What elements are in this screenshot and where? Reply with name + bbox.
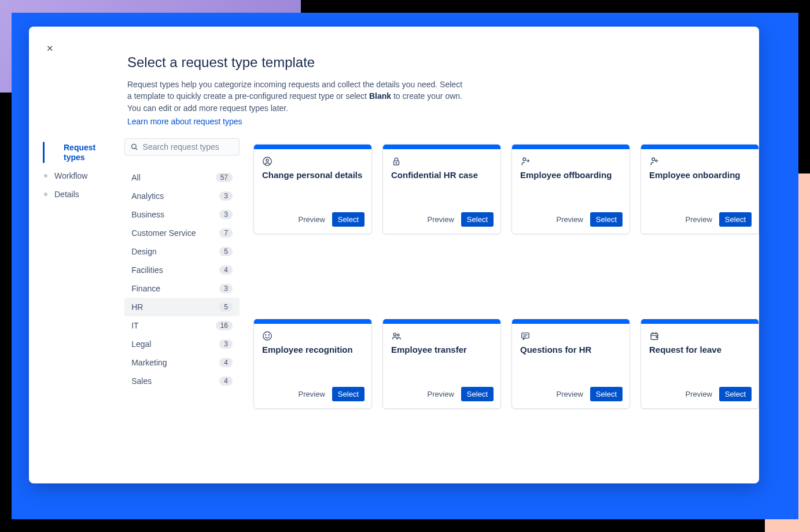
page-title: Select a request type template (127, 54, 463, 71)
category-list: All57Analytics3Business3Customer Service… (124, 168, 240, 390)
card-accent-bar (254, 319, 371, 324)
category-item-hr[interactable]: HR5 (124, 298, 240, 316)
card-title: Questions for HR (520, 345, 621, 356)
card-actions: PreviewSelect (641, 212, 759, 234)
preview-button[interactable]: Preview (299, 215, 325, 224)
svg-line-1 (136, 148, 138, 150)
card-accent-bar (641, 145, 759, 149)
card-body: Request for leave (641, 324, 759, 387)
svg-point-7 (652, 158, 655, 161)
svg-point-9 (266, 335, 266, 335)
category-item-it[interactable]: IT16 (124, 316, 240, 335)
card-body: Employee transfer (383, 324, 500, 387)
category-count-badge: 3 (219, 191, 233, 201)
category-count-badge: 4 (219, 376, 233, 386)
category-count-badge: 5 (219, 247, 233, 256)
svg-point-12 (397, 334, 399, 337)
svg-point-5 (396, 162, 396, 163)
category-label: IT (131, 321, 138, 330)
svg-point-8 (263, 332, 271, 340)
category-count-badge: 57 (216, 173, 233, 182)
svg-point-6 (523, 158, 526, 161)
category-panel: All57Analytics3Business3Customer Service… (124, 138, 253, 483)
category-count-badge: 3 (219, 210, 233, 219)
card-accent-bar (383, 145, 500, 149)
preview-button[interactable]: Preview (428, 390, 454, 398)
nav-bullet-icon (44, 174, 47, 178)
category-label: Customer Service (131, 228, 196, 238)
search-input[interactable] (143, 142, 233, 152)
select-button[interactable]: Select (461, 387, 494, 401)
select-button[interactable]: Select (332, 387, 365, 401)
category-label: Business (131, 210, 164, 219)
card-title: Employee transfer (391, 345, 492, 356)
template-card-confidential-hr-case: Confidential HR casePreviewSelect (382, 144, 501, 234)
template-card-request-for-leave: Request for leavePreviewSelect (640, 319, 759, 409)
category-count-badge: 4 (219, 265, 233, 275)
learn-more-link[interactable]: Learn more about request types (127, 117, 242, 126)
svg-point-11 (393, 334, 396, 336)
modal-header: Select a request type template Request t… (29, 27, 486, 127)
category-label: Facilities (131, 265, 163, 275)
category-label: Marketing (131, 358, 167, 367)
select-button[interactable]: Select (590, 387, 623, 401)
svg-point-0 (132, 144, 137, 149)
card-accent-bar (254, 145, 371, 149)
category-count-badge: 3 (219, 339, 233, 349)
card-actions: PreviewSelect (383, 212, 500, 234)
select-button[interactable]: Select (332, 212, 365, 227)
category-item-legal[interactable]: Legal3 (124, 335, 240, 353)
category-item-sales[interactable]: Sales4 (124, 372, 240, 390)
preview-button[interactable]: Preview (686, 215, 712, 224)
category-count-badge: 3 (219, 284, 233, 293)
template-card-employee-onboarding: Employee onboardingPreviewSelect (640, 144, 759, 234)
preview-button[interactable]: Preview (557, 215, 583, 224)
template-card-grid: Change personal detailsPreviewSelectConf… (253, 138, 759, 483)
nav-step-request-types[interactable]: Request types (43, 138, 120, 167)
card-actions: PreviewSelect (641, 387, 759, 408)
close-icon: ✕ (46, 43, 54, 53)
nav-bullet-icon (44, 193, 47, 196)
modal-dialog: ✕ Select a request type template Request… (29, 27, 759, 483)
card-accent-bar (512, 319, 629, 324)
category-item-facilities[interactable]: Facilities4 (124, 261, 240, 279)
card-title: Employee recognition (262, 345, 363, 356)
card-title: Change personal details (262, 170, 363, 181)
card-body: Change personal details (254, 149, 371, 212)
preview-button[interactable]: Preview (686, 390, 712, 398)
nav-step-label: Details (54, 190, 79, 199)
category-label: Sales (131, 376, 152, 386)
person-circle-icon (262, 156, 273, 167)
category-item-business[interactable]: Business3 (124, 205, 240, 224)
nav-step-workflow[interactable]: Workflow (43, 167, 120, 185)
select-button[interactable]: Select (719, 387, 752, 401)
preview-button[interactable]: Preview (299, 390, 325, 398)
category-item-all[interactable]: All57 (124, 168, 240, 187)
modal-body: Request types Workflow Details All57Anal… (29, 127, 759, 483)
card-body: Questions for HR (512, 324, 629, 387)
step-nav: Request types Workflow Details (29, 138, 124, 483)
card-actions: PreviewSelect (512, 387, 629, 408)
card-title: Employee onboarding (649, 170, 750, 181)
nav-bullet-icon (44, 151, 47, 154)
search-icon (131, 143, 138, 151)
nav-step-details[interactable]: Details (43, 185, 120, 204)
card-body: Confidential HR case (383, 149, 500, 212)
select-button[interactable]: Select (461, 212, 494, 227)
card-actions: PreviewSelect (254, 212, 371, 234)
category-item-marketing[interactable]: Marketing4 (124, 353, 240, 372)
select-button[interactable]: Select (590, 212, 623, 227)
search-box[interactable] (124, 138, 240, 156)
category-count-badge: 5 (219, 302, 233, 312)
lock-icon (391, 156, 402, 167)
category-item-finance[interactable]: Finance3 (124, 279, 240, 298)
preview-button[interactable]: Preview (428, 215, 454, 224)
select-button[interactable]: Select (719, 212, 752, 227)
preview-button[interactable]: Preview (557, 390, 583, 398)
category-item-design[interactable]: Design5 (124, 242, 240, 261)
category-item-analytics[interactable]: Analytics3 (124, 187, 240, 205)
close-button[interactable]: ✕ (44, 43, 56, 54)
category-item-customer-service[interactable]: Customer Service7 (124, 224, 240, 242)
card-body: Employee offboarding (512, 149, 629, 212)
chat-icon (520, 331, 531, 341)
